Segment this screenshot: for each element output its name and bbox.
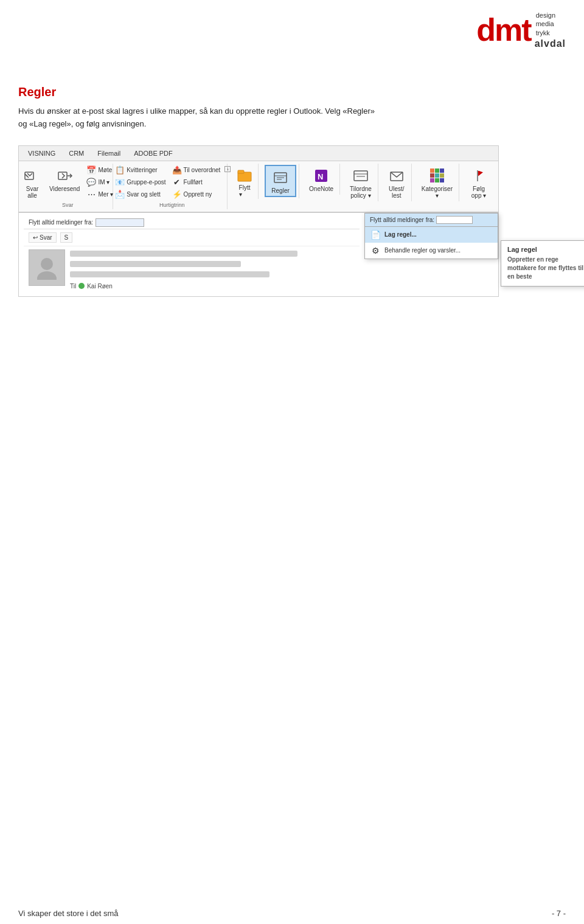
action-buttons-row: ↩ Svar S: [24, 229, 360, 246]
fullfort-label: Fullført: [184, 179, 203, 186]
svar-btn-icon: ↩: [33, 234, 38, 241]
email-and-popup-area: Flytt alltid meldinger fra: ↩ Svar S: [19, 213, 498, 296]
til-overordnet-button[interactable]: 📤 Til overordnet: [170, 165, 223, 176]
regler-button[interactable]: Regler: [265, 165, 296, 197]
fullfort-icon: ✔: [172, 178, 182, 187]
blurred-line-3: [70, 271, 269, 277]
flytt-icon: [235, 165, 254, 184]
svar-buttons: Svaralle Videresend: [20, 165, 115, 200]
mote-icon: 📅: [86, 165, 96, 175]
ulest-icon: [387, 166, 406, 186]
svar-slett-button[interactable]: 📩 Svar og slett: [113, 189, 167, 200]
folg-button[interactable]: Følgopp ▾: [467, 165, 491, 200]
svar-btn[interactable]: ↩ Svar: [29, 232, 57, 243]
tab-crm[interactable]: CRM: [62, 146, 91, 161]
ribbon-group-tilordne: Tilordnepolicy ▾: [344, 164, 378, 201]
flytt-alltid-popup-input[interactable]: [436, 216, 473, 224]
kategoriser-button[interactable]: Kategoriser▾: [419, 165, 455, 200]
im-label: IM ▾: [98, 179, 109, 186]
regler-label: Regler: [271, 187, 289, 194]
kategoriser-icon: [427, 166, 447, 186]
ribbon-group-ulest: Ulest/lest: [382, 164, 412, 201]
behandle-label: Behandle regler og varsler...: [384, 247, 461, 254]
ribbon-tabs: VISNING CRM Filemail ADOBE PDF: [19, 146, 498, 161]
tilordne-button[interactable]: Tilordnepolicy ▾: [347, 165, 374, 200]
kvitteringer-label: Kvitteringer: [127, 167, 158, 173]
opprett-ny-button[interactable]: ⚡ Opprett ny: [170, 189, 223, 200]
email-info: Til Kai Røen: [70, 249, 355, 290]
flytt-alltid-input[interactable]: [96, 218, 144, 227]
onenote-button[interactable]: N OneNote: [307, 165, 336, 193]
footer-left: Vi skaper det store i det små: [18, 909, 119, 918]
email-avatar: [29, 249, 65, 286]
lag-regel-icon: 📄: [370, 230, 381, 240]
tab-adobe-pdf[interactable]: ADOBE PDF: [127, 146, 179, 161]
opprett-icon: ⚡: [172, 190, 182, 200]
onenote-label: OneNote: [309, 186, 333, 192]
kvitteringer-icon: 📋: [115, 165, 125, 175]
ribbon-group-flytt: Flytt▾: [231, 164, 259, 199]
svar-s-btn[interactable]: S: [60, 232, 73, 243]
ribbon-group-kategoriser: Kategoriser▾: [415, 164, 459, 201]
mer-icon: ⋯: [86, 190, 96, 200]
tab-visning[interactable]: VISNING: [21, 146, 62, 161]
lag-regel-item[interactable]: 📄 Lag regel... Lag regel Oppretter en re…: [365, 227, 498, 243]
hurtigtrinn-left: 📋 Kvitteringer 📧 Gruppe-e-post 📩 Svar og…: [113, 165, 167, 200]
til-overordnet-icon: 📤: [172, 165, 182, 175]
svg-rect-1: [58, 172, 67, 179]
email-preview-row: Til Kai Røen: [24, 246, 360, 293]
svar-alle-icon: [23, 166, 42, 186]
small-btns-group: 📅 Møte 💬 IM ▾ ⋯ Mer ▾: [85, 165, 115, 200]
til-overordnet-label: Til overordnet: [184, 167, 221, 173]
logo-dmt: dmt: [476, 14, 530, 46]
section-title: Regler: [18, 85, 566, 99]
tooltip-body: Oppretter en rege mottakere for me flytt…: [507, 255, 584, 281]
logo-alvdal: alvdal: [535, 38, 566, 49]
svar-alle-button[interactable]: Svaralle: [20, 165, 44, 200]
rules-popup-header: Flytt alltid meldinger fra:: [365, 214, 498, 227]
rules-popup: Flytt alltid meldinger fra: 📄 Lag regel.…: [364, 213, 498, 259]
logo-area: dmt design media trykk alvdal: [476, 11, 566, 49]
gruppe-epost-button[interactable]: 📧 Gruppe-e-post: [113, 177, 167, 188]
opprett-label: Opprett ny: [184, 191, 212, 198]
svar-alle-label: Svaralle: [26, 186, 39, 199]
svar-group-label: Svar: [62, 202, 74, 208]
onenote-icon: N: [311, 166, 331, 186]
lag-regel-tooltip: Lag regel Oppretter en rege mottakere fo…: [501, 240, 584, 287]
email-to-row: Til Kai Røen: [70, 283, 355, 290]
tab-filemail[interactable]: Filemail: [91, 146, 127, 161]
mote-label: Møte: [98, 167, 112, 173]
mer-button[interactable]: ⋯ Mer ▾: [85, 189, 115, 200]
svg-rect-11: [354, 171, 367, 181]
blurred-line-2: [70, 261, 241, 267]
videresend-label: Videresend: [49, 186, 80, 192]
videresend-icon: [55, 166, 74, 186]
regler-icon: [271, 168, 290, 187]
folg-icon: [469, 166, 488, 186]
svg-text:N: N: [318, 172, 323, 181]
ribbon-group-regler: Regler: [262, 164, 299, 198]
flytt-alltid-popup-label: Flytt alltid meldinger fra:: [370, 216, 434, 223]
hurtigtrinn-expand[interactable]: ↓: [224, 166, 231, 172]
kategoriser-label: Kategoriser▾: [422, 186, 453, 199]
flytt-button[interactable]: Flytt▾: [235, 165, 254, 198]
videresend-button[interactable]: Videresend: [47, 165, 82, 193]
rules-dropdown-container: Flytt alltid meldinger fra: 📄 Lag regel.…: [364, 213, 498, 296]
svar-slett-icon: 📩: [115, 190, 125, 200]
ribbon-group-onenote: N OneNote: [303, 164, 340, 195]
behandle-item[interactable]: ⚙ Behandle regler og varsler...: [365, 243, 498, 259]
blurred-line-1: [70, 251, 297, 257]
mote-button[interactable]: 📅 Møte: [85, 165, 115, 176]
ribbon-group-folg: Følgopp ▾: [463, 164, 495, 201]
main-content: Regler Hvis du ønsker at e-post skal lag…: [18, 85, 566, 297]
ulest-button[interactable]: Ulest/lest: [384, 165, 409, 200]
tilordne-label: Tilordnepolicy ▾: [350, 186, 372, 199]
tilordne-icon: [351, 166, 370, 186]
green-dot: [78, 283, 85, 289]
svar-slett-label: Svar og slett: [127, 191, 161, 198]
im-button[interactable]: 💬 IM ▾: [85, 177, 115, 188]
section-body: Hvis du ønsker at e-post skal lagres i u…: [18, 105, 566, 131]
ribbon-group-svar: Svaralle Videresend: [23, 164, 113, 209]
fullfort-button[interactable]: ✔ Fullført: [170, 177, 223, 188]
kvitteringer-button[interactable]: 📋 Kvitteringer: [113, 165, 167, 176]
